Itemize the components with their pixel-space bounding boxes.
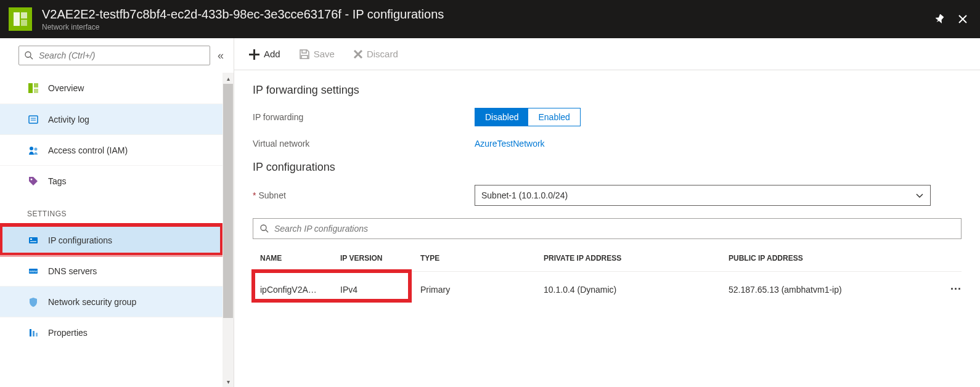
- sidebar-item-tags[interactable]: Tags: [0, 165, 223, 196]
- save-button: Save: [299, 49, 335, 60]
- row-more-icon[interactable]: ···: [937, 283, 962, 296]
- ipconfig-icon: [27, 234, 39, 246]
- scroll-thumb[interactable]: [223, 84, 233, 318]
- subnet-label: *Subnet: [253, 190, 475, 200]
- blade-header: V2AE2E2-testfb7c8bf4-ec2d-433b-98ec-3e3c…: [0, 0, 980, 38]
- sidebar-item-dns-servers[interactable]: wwwDNS servers: [0, 255, 223, 286]
- vnet-link[interactable]: AzureTestNetwork: [475, 139, 545, 149]
- sidebar-item-label: Properties: [48, 328, 88, 338]
- toolbar: Add Save Discard: [234, 38, 980, 70]
- search-icon: [259, 224, 269, 234]
- close-icon[interactable]: [954, 10, 971, 28]
- sidebar-item-label: DNS servers: [48, 266, 97, 276]
- section-ipfw-title: IP forwarding settings: [253, 84, 962, 97]
- nsg-icon: [27, 296, 39, 308]
- col-private[interactable]: PRIVATE IP ADDRESS: [544, 254, 729, 263]
- add-label: Add: [264, 49, 280, 59]
- sidebar-item-label: Tags: [48, 176, 67, 186]
- overview-icon: [27, 82, 39, 94]
- collapse-sidebar-icon[interactable]: «: [218, 49, 224, 62]
- svg-rect-16: [30, 241, 36, 242]
- sidebar-item-properties[interactable]: Properties: [0, 317, 223, 348]
- svg-rect-6: [34, 83, 38, 88]
- col-type[interactable]: TYPE: [420, 254, 544, 263]
- resource-icon: [9, 7, 32, 31]
- table-row[interactable]: ipConfigV2A…IPv4Primary10.1.0.4 (Dynamic…: [253, 272, 962, 307]
- sidebar-item-network-security-group[interactable]: Network security group: [0, 286, 223, 317]
- cell-name: ipConfigV2A…: [260, 285, 340, 295]
- iam-icon: [27, 144, 39, 157]
- svg-rect-8: [29, 116, 38, 123]
- scroll-up-icon[interactable]: ▴: [223, 73, 234, 84]
- col-public[interactable]: PUBLIC IP ADDRESS: [729, 254, 937, 263]
- svg-text:www: www: [29, 269, 38, 273]
- ipconfig-table: NAME IP VERSION TYPE PRIVATE IP ADDRESS …: [253, 248, 962, 307]
- discard-label: Discard: [367, 49, 398, 59]
- svg-point-11: [30, 147, 33, 150]
- activitylog-icon: [27, 113, 39, 126]
- sidebar-scrollbar[interactable]: ▴ ▾: [223, 73, 234, 387]
- sidebar-item-access-control-iam-[interactable]: Access control (IAM): [0, 134, 223, 165]
- subnet-select[interactable]: Subnet-1 (10.1.0.0/24): [475, 185, 931, 206]
- svg-line-23: [266, 230, 268, 232]
- svg-rect-7: [34, 89, 38, 93]
- page-title: V2AE2E2-testfb7c8bf4-ec2d-433b-98ec-3e3c…: [42, 7, 444, 22]
- ipfw-enabled[interactable]: Enabled: [528, 108, 579, 126]
- pin-icon[interactable]: [932, 10, 949, 28]
- svg-rect-15: [30, 238, 32, 240]
- svg-rect-19: [30, 329, 31, 336]
- svg-rect-0: [14, 12, 20, 26]
- ipconfig-search-input[interactable]: [273, 223, 955, 234]
- main-content: Add Save Discard IP forwarding settings …: [234, 38, 980, 387]
- save-label: Save: [314, 49, 335, 59]
- sidebar-item-label: Network security group: [48, 297, 136, 307]
- svg-rect-20: [33, 331, 35, 336]
- svg-line-4: [30, 57, 33, 59]
- table-header: NAME IP VERSION TYPE PRIVATE IP ADDRESS …: [253, 248, 962, 272]
- col-version[interactable]: IP VERSION: [340, 254, 420, 263]
- subnet-value: Subnet-1 (10.1.0.0/24): [481, 190, 568, 200]
- cell-type: Primary: [420, 285, 544, 295]
- ipfw-label: IP forwarding: [253, 112, 475, 122]
- sidebar-item-label: Activity log: [48, 115, 89, 124]
- dns-icon: www: [27, 265, 39, 277]
- chevron-down-icon: [915, 191, 924, 200]
- sidebar: « OverviewActivity logAccess control (IA…: [0, 38, 234, 387]
- sidebar-section-settings: SETTINGS: [0, 196, 223, 224]
- cell-private: 10.1.0.4 (Dynamic): [544, 285, 729, 295]
- vnet-label: Virtual network: [253, 139, 475, 149]
- section-ipconf-title: IP configurations: [253, 161, 962, 174]
- add-button[interactable]: Add: [248, 48, 280, 60]
- cell-public: 52.187.65.13 (ambhatvm1-ip): [729, 285, 937, 295]
- cell-version: IPv4: [340, 285, 420, 295]
- sidebar-item-label: IP configurations: [48, 235, 112, 245]
- sidebar-search[interactable]: [18, 46, 210, 65]
- ipfw-toggle[interactable]: Disabled Enabled: [475, 108, 581, 126]
- svg-rect-21: [36, 333, 38, 336]
- page-subtitle: Network interface: [42, 23, 444, 31]
- svg-point-22: [261, 225, 266, 230]
- sidebar-search-input[interactable]: [38, 50, 205, 61]
- svg-rect-2: [21, 20, 27, 26]
- svg-point-12: [35, 147, 38, 150]
- sidebar-item-label: Access control (IAM): [48, 145, 128, 155]
- scroll-down-icon[interactable]: ▾: [223, 376, 234, 387]
- sidebar-item-activity-log[interactable]: Activity log: [0, 104, 223, 134]
- svg-point-13: [31, 178, 33, 180]
- svg-point-3: [25, 52, 31, 57]
- svg-rect-5: [28, 83, 33, 93]
- sidebar-item-overview[interactable]: Overview: [0, 73, 223, 104]
- tag-icon: [27, 175, 39, 187]
- svg-rect-14: [29, 237, 38, 243]
- ipconfig-search[interactable]: [253, 218, 962, 239]
- ipfw-disabled[interactable]: Disabled: [475, 108, 528, 126]
- col-name[interactable]: NAME: [260, 254, 340, 263]
- discard-button: Discard: [353, 49, 398, 59]
- sidebar-item-ip-configurations[interactable]: IP configurations: [0, 224, 223, 255]
- props-icon: [27, 327, 39, 339]
- svg-rect-1: [21, 12, 27, 18]
- sidebar-item-label: Overview: [48, 83, 84, 93]
